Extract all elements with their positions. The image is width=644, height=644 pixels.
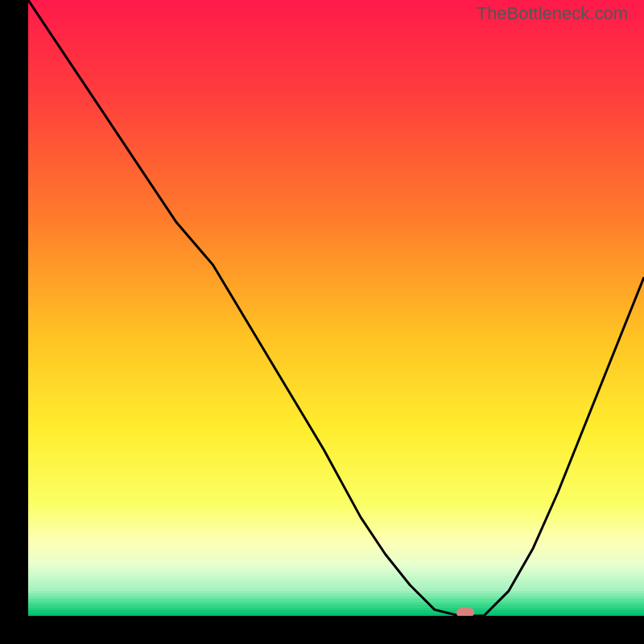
x-axis — [0, 616, 644, 644]
data-curve — [28, 0, 644, 616]
plot-area — [28, 0, 644, 616]
y-axis — [0, 0, 28, 644]
chart-container: TheBottleneck.com — [0, 0, 644, 644]
watermark-text: TheBottleneck.com — [477, 3, 628, 24]
min-point-marker — [456, 608, 474, 616]
